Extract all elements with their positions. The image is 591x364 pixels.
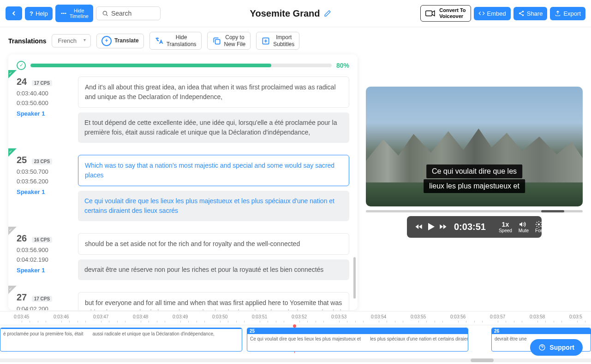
subtitle-start-time: 0:03:50.700 xyxy=(17,168,70,175)
video-caption: Ce qui voulait dire que les lieux les pl… xyxy=(424,164,525,194)
timeline-tick: 0:03:58 xyxy=(530,314,545,319)
cps-badge: 17 CPS xyxy=(32,296,52,302)
subtitle-end-time: 0:04:02.190 xyxy=(17,256,70,263)
svg-point-7 xyxy=(522,14,524,16)
mute-button[interactable]: Mute xyxy=(519,221,529,233)
progress-row: ✓ 80% xyxy=(17,61,349,70)
timeline-clip[interactable]: 25Ce qui voulait dire que les lieux les … xyxy=(247,328,468,352)
copy-to-new-file-button[interactable]: Copy toNew File xyxy=(207,32,251,50)
timeline-clip[interactable]: é proclamée pour la première fois, était… xyxy=(0,328,242,352)
rewind-button[interactable] xyxy=(414,222,424,231)
video-player[interactable]: Ce qui voulait dire que les lieux les pl… xyxy=(366,87,583,206)
copy-icon xyxy=(212,36,221,46)
volume-icon xyxy=(519,221,529,228)
play-button[interactable] xyxy=(425,221,436,232)
subtitle-speaker[interactable]: Speaker 1 xyxy=(17,110,70,117)
search-icon xyxy=(102,10,108,17)
help-label: Help xyxy=(36,10,48,17)
share-button[interactable]: Share xyxy=(513,7,548,20)
main: ✓ 80% ✓ 24 17 CPS 0:03:40.400 0:03:50.60… xyxy=(0,54,591,310)
subtitle-number: 25 xyxy=(17,155,27,165)
progress-bar[interactable] xyxy=(30,64,332,67)
subtitle-meta: 24 17 CPS 0:03:40.400 0:03:50.600 Speake… xyxy=(17,76,70,143)
toolbar-label: Translations xyxy=(8,37,46,45)
translate-icon xyxy=(155,36,164,46)
subtitle-original-text[interactable]: should be a set aside not for the rich a… xyxy=(78,233,349,255)
back-button[interactable] xyxy=(6,6,22,20)
video-panel: Ce qui voulait dire que les lieux les pl… xyxy=(366,54,583,310)
timeline-tracks[interactable]: é proclamée pour la première fois, était… xyxy=(0,325,591,353)
timeline-scrollbar[interactable] xyxy=(0,358,591,362)
embed-button[interactable]: Embed xyxy=(474,7,511,20)
svg-point-6 xyxy=(519,12,520,14)
convert-voiceover-button[interactable]: Convert ToVoiceover xyxy=(420,5,471,22)
subtitle-start-time: 0:03:56.900 xyxy=(17,247,70,253)
timeline-tick: 0:03:46 xyxy=(54,314,69,319)
timeline-tick: 0:03:5 xyxy=(569,314,582,319)
check-circle-icon: ✓ xyxy=(17,61,26,70)
subtitles-panel: ✓ 80% ✓ 24 17 CPS 0:03:40.400 0:03:50.60… xyxy=(8,54,358,310)
subtitle-row: ✓ 27 17 CPS 0:04:02.200 0:04:19.300 Spea… xyxy=(17,292,349,310)
subtitle-number: 26 xyxy=(17,233,27,244)
support-button[interactable]: Support xyxy=(530,339,583,356)
timeline-tick: 0:03:49 xyxy=(173,314,188,319)
speed-button[interactable]: 1xSpeed xyxy=(499,221,512,233)
subtitle-meta: 27 17 CPS 0:04:02.200 0:04:19.300 Speake… xyxy=(17,292,70,310)
edit-icon[interactable] xyxy=(324,10,331,17)
arrow-left-icon xyxy=(10,10,18,17)
subtitle-speaker[interactable]: Speaker 1 xyxy=(17,267,70,274)
subtitle-number: 24 xyxy=(17,76,27,87)
forward-button[interactable] xyxy=(438,222,448,231)
share-icon xyxy=(518,10,525,17)
timeline-tick: 0:03:55 xyxy=(411,314,426,319)
subtitle-translated-text[interactable]: Et tout dépend de cette excellente idée,… xyxy=(78,112,349,143)
export-icon xyxy=(555,10,561,17)
hide-translations-button[interactable]: HideTranslations xyxy=(149,32,202,50)
topbar: ? Help HideTimeline Search Yosemite Gran… xyxy=(0,0,591,27)
subtitle-original-text[interactable]: but for everyone and for all time and wh… xyxy=(78,292,349,310)
toolbar: Translations French + Translate HideTran… xyxy=(0,27,591,54)
import-subtitles-button[interactable]: ImportSubtitles xyxy=(256,32,299,50)
subtitle-number: 27 xyxy=(17,292,27,303)
timeline-tick: 0:03:45 xyxy=(14,314,29,319)
format-button[interactable]: Format xyxy=(535,221,550,233)
translate-button[interactable]: + Translate xyxy=(96,34,144,48)
share-label: Share xyxy=(527,10,543,17)
subtitle-start-time: 0:04:02.200 xyxy=(17,305,70,310)
language-dropdown[interactable]: French xyxy=(52,34,90,47)
scrollbar[interactable] xyxy=(353,257,356,299)
question-icon: ? xyxy=(30,10,33,17)
code-icon xyxy=(478,10,485,17)
gear-icon xyxy=(535,221,550,228)
timeline-ruler[interactable]: 0:03:450:03:460:03:470:03:480:03:490:03:… xyxy=(0,311,591,325)
subtitle-translated-text[interactable]: Ce qui voulait dire que les lieux les pl… xyxy=(78,191,349,221)
video-time: 0:03:51 xyxy=(454,222,486,232)
help-button[interactable]: ? Help xyxy=(25,7,53,20)
subtitle-original-text[interactable]: Which was to say that a nation's most ma… xyxy=(78,155,349,186)
video-progress-bar[interactable] xyxy=(366,210,583,212)
search-input[interactable]: Search xyxy=(96,6,161,20)
status-corner: ✓ xyxy=(8,70,17,78)
subtitle-meta: 26 16 CPS 0:03:56.900 0:04:02.190 Speake… xyxy=(17,233,70,280)
subtitle-start-time: 0:03:40.400 xyxy=(17,90,70,97)
timeline-tick: 0:03:56 xyxy=(450,314,466,319)
timeline-tick: 0:03:51 xyxy=(252,314,267,319)
subtitle-translated-text[interactable]: devrait être une réserve non pour les ri… xyxy=(78,259,349,280)
embed-label: Embed xyxy=(487,10,506,17)
subtitle-original-text[interactable]: And it's all about this great idea, an i… xyxy=(78,76,349,108)
svg-rect-4 xyxy=(426,11,432,16)
page-title: Yosemite Grand xyxy=(250,8,320,19)
svg-rect-8 xyxy=(215,39,220,44)
title-wrap: Yosemite Grand xyxy=(163,8,418,19)
export-button[interactable]: Export xyxy=(550,7,585,20)
hide-timeline-button[interactable]: HideTimeline xyxy=(55,5,93,22)
subtitle-speaker[interactable]: Speaker 1 xyxy=(17,188,70,195)
subtitle-row: ✓ 25 23 CPS 0:03:50.700 0:03:56.200 Spea… xyxy=(17,155,349,221)
video-controls: 0:03:51 1xSpeed Mute Format xyxy=(407,216,542,238)
timeline-tick: 0:03:48 xyxy=(133,314,148,319)
cps-badge: 23 CPS xyxy=(32,159,52,164)
cps-badge: 16 CPS xyxy=(32,237,52,243)
timeline: 0:03:450:03:460:03:470:03:480:03:490:03:… xyxy=(0,311,591,364)
subtitle-row: ✓ 26 16 CPS 0:03:56.900 0:04:02.190 Spea… xyxy=(17,233,349,280)
subtitle-meta: 25 23 CPS 0:03:50.700 0:03:56.200 Speake… xyxy=(17,155,70,221)
